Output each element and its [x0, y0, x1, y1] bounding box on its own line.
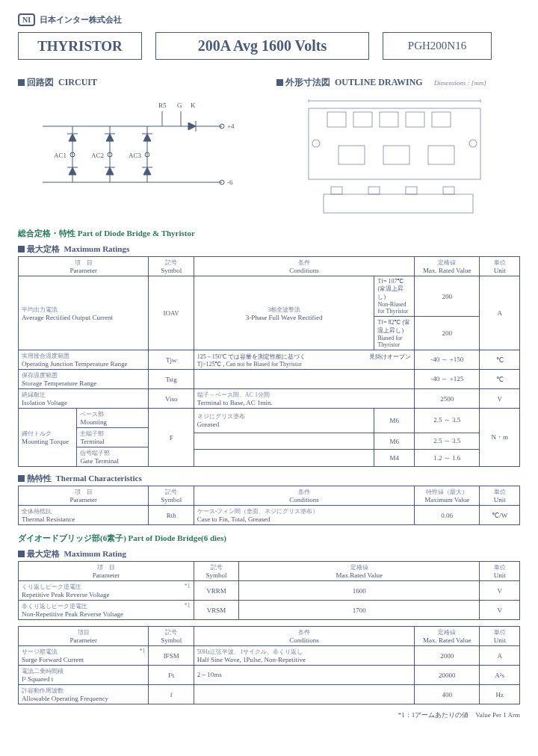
diode-voltage-table: 項 目Parameter 記号Symbol 定格値Max.Rated Value… [18, 561, 520, 620]
svg-rect-49 [331, 187, 342, 194]
title-header: THYRISTOR 200A Avg 1600 Volts PGH200N16 [18, 32, 520, 60]
svg-rect-40 [338, 146, 365, 164]
diode-title: ダイオードブリッジ部(6素子) Part of Diode Bridge(6 d… [18, 533, 520, 544]
box-partnum: PGH200N16 [383, 32, 492, 60]
outline-title: 外形寸法図 OUTLINE DRAWING Dimensions : [mm] [276, 76, 520, 89]
part-title: 総合定格・特性 Part of Diode Bridge & Thyristor [18, 228, 520, 239]
svg-point-43 [312, 140, 320, 147]
svg-point-44 [469, 140, 477, 147]
max-ratings-title: 最大定格 Maximum Ratings [18, 244, 520, 255]
circuit-diagram: R5 G K +4 -6 AC1 AC2 AC3 [18, 96, 262, 208]
box-rating: 200A Avg 1600 Volts [155, 32, 369, 60]
svg-rect-50 [368, 187, 380, 194]
svg-rect-35 [327, 112, 346, 127]
svg-rect-42 [428, 146, 454, 164]
svg-rect-38 [406, 112, 424, 127]
footnote: *1：1アームあたりの値 Value Per 1 Arm [18, 710, 520, 720]
thermal-table: 項 目Parameter 記号Symbol 条件Conditions 特性値（最… [18, 486, 520, 525]
svg-marker-11 [143, 134, 151, 141]
svg-text:G: G [177, 102, 182, 109]
max-ratings-table: 項 目Parameter 記号Symbol 条件Conditions 定格値Ma… [18, 256, 520, 467]
max-rating-title2: 最大定格 Maximum Rating [18, 548, 520, 560]
svg-text:AC2: AC2 [91, 152, 104, 159]
svg-marker-9 [106, 134, 114, 141]
svg-rect-37 [380, 112, 398, 127]
svg-rect-51 [406, 187, 417, 194]
svg-rect-39 [432, 112, 451, 127]
svg-text:R5: R5 [158, 102, 167, 109]
svg-text:+4: +4 [227, 123, 235, 130]
svg-marker-13 [188, 123, 196, 130]
company-logo-row: NI 日本インター株式会社 [18, 13, 520, 26]
circuit-title: 回路図 CIRCUIT [18, 76, 262, 89]
svg-marker-17 [106, 167, 114, 175]
svg-marker-19 [143, 167, 151, 175]
svg-rect-52 [443, 187, 454, 194]
svg-text:AC1: AC1 [54, 152, 67, 159]
svg-rect-48 [324, 194, 473, 213]
outline-drawing [276, 93, 520, 220]
svg-marker-15 [69, 167, 76, 175]
svg-text:AC3: AC3 [129, 152, 142, 159]
box-thyristor: THYRISTOR [18, 32, 142, 60]
diode-current-table: 項目Parameter 記号Symbol 条件Conditions 定格値Max… [18, 626, 520, 704]
company-name: 日本インター株式会社 [40, 14, 122, 25]
logo-mark: NI [18, 13, 35, 26]
svg-text:-6: -6 [227, 179, 233, 186]
svg-rect-36 [353, 112, 372, 127]
svg-marker-7 [69, 134, 76, 141]
thermal-title: 熱特性 Thermal Characteristics [18, 473, 520, 484]
svg-rect-34 [309, 108, 480, 179]
svg-rect-41 [383, 146, 409, 164]
svg-text:K: K [191, 102, 196, 109]
